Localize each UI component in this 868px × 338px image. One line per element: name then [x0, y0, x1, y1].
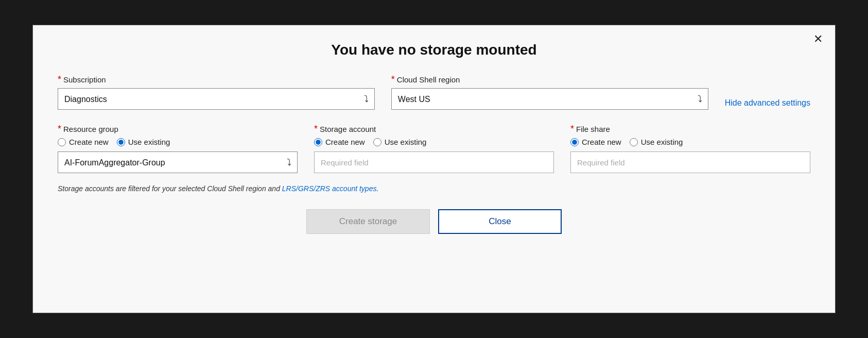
fs-radio-group: Create new Use existing — [570, 138, 810, 146]
create-storage-button[interactable]: Create storage — [306, 209, 430, 234]
rg-select[interactable]: AI-ForumAggregator-Group — [58, 151, 298, 173]
fs-create-new-option[interactable]: Create new — [570, 138, 621, 146]
advanced-section: * Resource group Create new Use existing… — [58, 124, 810, 173]
region-select-wrapper: West US ⤵ — [391, 88, 708, 110]
file-share-label: * File share — [570, 124, 810, 133]
rg-radio-group: Create new Use existing — [58, 138, 298, 146]
sa-radio-group: Create new Use existing — [314, 138, 554, 146]
region-field: * Cloud Shell region West US ⤵ — [391, 75, 708, 110]
region-label: * Cloud Shell region — [391, 75, 708, 84]
resource-group-field: * Resource group Create new Use existing… — [58, 124, 298, 173]
region-required-star: * — [391, 75, 395, 84]
dialog-title: You have no storage mounted — [58, 42, 810, 58]
rg-use-existing-radio[interactable] — [117, 138, 125, 146]
hide-advanced-button[interactable]: Hide advanced settings — [725, 98, 810, 108]
sa-required-star: * — [314, 124, 318, 133]
fs-use-existing-radio[interactable] — [630, 138, 638, 146]
file-share-input[interactable] — [570, 151, 810, 173]
rg-use-existing-option[interactable]: Use existing — [117, 138, 170, 146]
storage-account-input[interactable] — [314, 151, 554, 173]
rg-select-wrapper: AI-ForumAggregator-Group ⤵ — [58, 151, 298, 173]
region-select[interactable]: West US — [391, 88, 708, 110]
storage-account-label: * Storage account — [314, 124, 554, 133]
storage-account-field: * Storage account Create new Use existin… — [314, 124, 554, 173]
top-row: * Subscription Diagnostics ⤵ * Cloud She… — [58, 75, 810, 110]
button-row: Create storage Close — [58, 209, 810, 234]
sa-create-new-radio[interactable] — [314, 138, 322, 146]
info-text: Storage accounts are filtered for your s… — [58, 184, 810, 193]
fs-use-existing-option[interactable]: Use existing — [630, 138, 683, 146]
subscription-required-star: * — [58, 75, 61, 84]
hide-advanced-wrapper: Hide advanced settings — [725, 86, 810, 110]
resource-group-label: * Resource group — [58, 124, 298, 133]
sa-use-existing-radio[interactable] — [373, 138, 381, 146]
subscription-field: * Subscription Diagnostics ⤵ — [58, 75, 375, 110]
subscription-select[interactable]: Diagnostics — [58, 88, 375, 110]
dialog: ✕ You have no storage mounted * Subscrip… — [32, 25, 836, 313]
close-button[interactable]: Close — [438, 209, 562, 234]
account-types-link[interactable]: LRS/GRS/ZRS account types — [282, 184, 377, 193]
subscription-select-wrapper: Diagnostics ⤵ — [58, 88, 375, 110]
rg-create-new-radio[interactable] — [58, 138, 66, 146]
rg-create-new-option[interactable]: Create new — [58, 138, 109, 146]
subscription-label: * Subscription — [58, 75, 375, 84]
fs-create-new-radio[interactable] — [570, 138, 579, 146]
file-share-field: * File share Create new Use existing — [570, 124, 810, 173]
close-icon-button[interactable]: ✕ — [813, 33, 823, 45]
rg-required-star: * — [58, 124, 61, 133]
sa-use-existing-option[interactable]: Use existing — [373, 138, 427, 146]
sa-create-new-option[interactable]: Create new — [314, 138, 365, 146]
fs-required-star: * — [570, 124, 574, 133]
